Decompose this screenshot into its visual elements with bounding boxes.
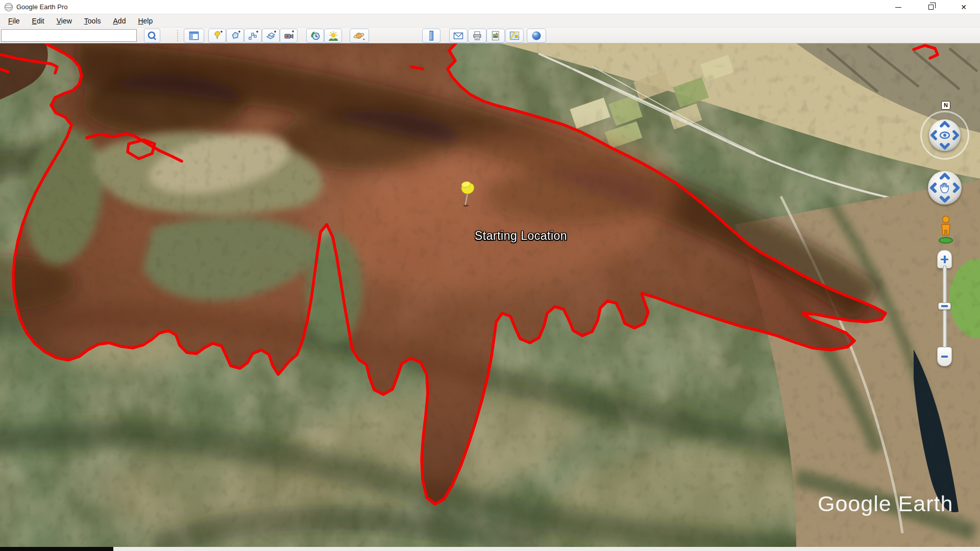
polygon-icon (230, 30, 241, 41)
historical-imagery-button[interactable] (306, 29, 324, 43)
ruler-button[interactable] (422, 29, 440, 43)
title-bar: Google Earth Pro ✕ (0, 0, 980, 14)
menu-edit[interactable]: Edit (27, 15, 50, 27)
compass-north-badge[interactable]: N (941, 101, 950, 110)
plus-icon (941, 256, 948, 263)
google-earth-logo-icon (4, 3, 13, 12)
look-joystick[interactable] (929, 119, 961, 151)
slider-dash-icon (941, 305, 948, 307)
search-button[interactable] (144, 29, 160, 43)
zoom-out-button[interactable] (937, 347, 952, 366)
close-button[interactable]: ✕ (947, 0, 980, 14)
print-button[interactable] (468, 29, 486, 43)
menu-help[interactable]: Help (133, 15, 158, 27)
minimize-button[interactable] (882, 0, 915, 14)
add-polygon-button[interactable] (226, 29, 244, 43)
move-joystick[interactable] (928, 171, 962, 205)
window-title: Google Earth Pro (16, 3, 67, 11)
google-earth-window: Google Earth Pro ✕ File Edit View Tools … (0, 0, 980, 551)
saturn-icon (353, 30, 365, 41)
save-image-icon (490, 30, 501, 41)
sun-icon (328, 30, 339, 41)
map-viewport[interactable]: Google Earth Starting Location N (0, 43, 980, 547)
globe-button[interactable] (527, 29, 546, 43)
add-placemark-button[interactable] (208, 29, 226, 43)
menu-view[interactable]: View (52, 15, 77, 27)
menu-bar: File Edit View Tools Add Help (0, 14, 980, 28)
menu-file[interactable]: File (3, 15, 25, 27)
toolbar-separator (177, 30, 178, 41)
sunlight-button[interactable] (324, 29, 342, 43)
placemark-label[interactable]: Starting Location (475, 229, 567, 243)
add-path-button[interactable] (244, 29, 262, 43)
record-tour-button[interactable] (280, 29, 298, 43)
globe-icon (531, 30, 542, 41)
google-maps-icon (509, 30, 520, 41)
minus-icon (941, 356, 948, 358)
menu-add[interactable]: Add (108, 15, 131, 27)
save-image-button[interactable] (486, 29, 505, 43)
ruler-icon (426, 30, 437, 41)
google-earth-watermark: Google Earth (818, 491, 953, 516)
menu-tools[interactable]: Tools (79, 15, 106, 27)
terrain-canvas: Google Earth (0, 43, 980, 547)
view-in-google-maps-button[interactable] (505, 29, 524, 43)
email-button[interactable] (449, 29, 468, 43)
minimize-icon (895, 7, 901, 8)
planets-button[interactable] (350, 29, 369, 43)
sidebar-icon (188, 30, 200, 41)
zoom-slider-handle[interactable] (938, 303, 951, 310)
add-image-overlay-button[interactable] (262, 29, 280, 43)
search-input[interactable] (1, 29, 137, 42)
restore-button[interactable] (915, 0, 947, 14)
move-joystick-icon (928, 171, 962, 205)
print-icon (472, 30, 483, 41)
close-icon: ✕ (961, 4, 967, 11)
look-joystick-icon (929, 119, 961, 151)
pegman[interactable] (938, 215, 954, 244)
window-bottom-edge (0, 547, 980, 551)
path-icon (248, 30, 259, 41)
taskbar-sliver (0, 547, 113, 551)
placemark-icon (212, 30, 223, 41)
hand-icon (941, 183, 949, 193)
window-controls: ✕ (882, 0, 980, 14)
zoom-slider (937, 250, 952, 366)
record-tour-icon (283, 30, 295, 41)
image-overlay-icon (265, 30, 277, 41)
search-icon (146, 30, 158, 41)
historical-imagery-icon (310, 30, 321, 41)
email-icon (453, 30, 464, 41)
restore-icon (928, 5, 934, 10)
main-toolbar (0, 28, 980, 43)
toggle-sidebar-button[interactable] (184, 29, 204, 43)
